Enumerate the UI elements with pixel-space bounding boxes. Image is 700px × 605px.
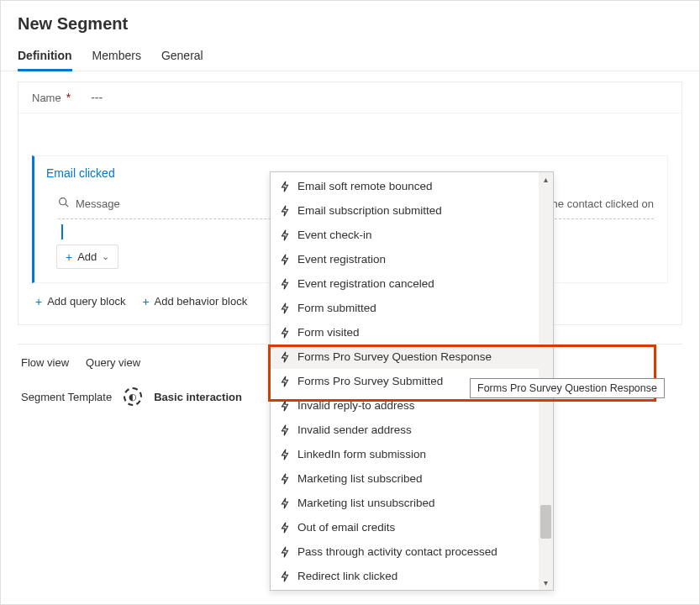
search-icon	[58, 197, 69, 210]
dropdown-item-label: Form submitted	[297, 302, 376, 314]
dropdown-item[interactable]: Out of email credits	[271, 515, 539, 539]
dropdown-item[interactable]: Invalid sender address	[271, 418, 539, 442]
segment-template-label: Segment Template	[21, 391, 112, 403]
page-title: New Segment	[1, 1, 699, 42]
tab-general[interactable]: General	[161, 42, 203, 71]
dropdown-item-label: Form visited	[297, 326, 360, 339]
lightning-icon	[279, 254, 291, 266]
dropdown-item-label: Forms Pro Survey Submitted	[297, 375, 443, 387]
add-behavior-block-label: Add behavior block	[155, 295, 248, 308]
dropdown-item-label: Forms Pro Survey Question Response	[297, 350, 492, 363]
dropdown-item-label: Pass through activity contact processed	[297, 545, 497, 558]
segment-template-value[interactable]: Basic interaction	[154, 391, 242, 403]
add-query-block-button[interactable]: + Add query block	[35, 295, 125, 308]
dropdown-item[interactable]: Event registration	[271, 247, 539, 271]
query-view-button[interactable]: Query view	[86, 356, 140, 369]
flow-view-button[interactable]: Flow view	[21, 356, 69, 369]
lightning-icon	[279, 327, 291, 339]
svg-line-1	[66, 204, 68, 207]
dropdown-item-label: Email subscription submitted	[297, 204, 442, 217]
dropdown-item-label: LinkedIn form submission	[297, 448, 426, 460]
behavior-dropdown-label: Email clicked	[46, 166, 115, 180]
lightning-icon	[279, 181, 291, 192]
name-value[interactable]: ---	[91, 91, 103, 104]
dropdown-item[interactable]: Marketing list subscribed	[271, 466, 539, 491]
tab-definition[interactable]: Definition	[18, 42, 72, 71]
chevron-down-icon: ⌄	[102, 251, 109, 262]
dropdown-item[interactable]: Pass through activity contact processed	[271, 539, 539, 564]
add-condition-label: Add	[77, 250, 97, 263]
dropdown-item[interactable]: Email subscription submitted	[271, 198, 539, 223]
dropdown-item-label: Invalid reply-to address	[297, 399, 415, 412]
dropdown-item-label: Marketing list subscribed	[297, 472, 423, 485]
dropdown-item-label: Redirect link clicked	[297, 570, 397, 582]
dropdown-item-label: Invalid sender address	[297, 424, 412, 436]
condition-field-label[interactable]: Message	[76, 197, 120, 210]
name-row: Name* ---	[18, 82, 682, 113]
connector-line	[61, 224, 63, 239]
scroll-down-arrow[interactable]: ▾	[539, 576, 553, 590]
plus-icon: +	[142, 296, 149, 308]
dropdown-item-label: Event registration canceled	[297, 277, 434, 290]
name-label: Name*	[32, 91, 71, 104]
dropdown-item-label: Marketing list unsubscribed	[297, 497, 435, 509]
dropdown-item[interactable]: Form visited	[271, 320, 539, 345]
lightning-icon	[279, 424, 291, 436]
lightning-icon	[279, 302, 291, 314]
lightning-icon	[279, 278, 291, 290]
plus-icon: +	[35, 296, 42, 308]
lightning-icon	[279, 400, 291, 412]
add-query-block-label: Add query block	[47, 295, 125, 308]
dropdown-item-label: Out of email credits	[297, 521, 395, 534]
dropdown-item[interactable]: Form submitted	[271, 296, 539, 320]
scroll-thumb[interactable]	[540, 505, 551, 539]
dropdown-item[interactable]: Event registration canceled	[271, 271, 539, 296]
lightning-icon	[279, 571, 291, 582]
lightning-icon	[279, 449, 291, 460]
tooltip: Forms Pro Survey Question Response	[470, 378, 665, 398]
lightning-icon	[279, 376, 291, 387]
tab-members[interactable]: Members	[92, 42, 141, 71]
dropdown-item[interactable]: LinkedIn form submission	[271, 442, 539, 466]
plus-icon: +	[66, 251, 72, 263]
lightning-icon	[279, 229, 291, 241]
scroll-up-arrow[interactable]: ▴	[539, 172, 553, 187]
dropdown-item[interactable]: Email soft remote bounced	[271, 174, 539, 198]
dropdown-item-label: Email soft remote bounced	[297, 180, 433, 192]
template-icon: ◐	[124, 387, 142, 406]
dropdown-item-label: Event registration	[297, 253, 386, 266]
svg-point-0	[60, 198, 66, 205]
required-indicator: *	[66, 91, 71, 104]
dropdown-item[interactable]: Forms Pro Survey Question Response	[271, 345, 539, 369]
dropdown-item[interactable]: Event check-in	[271, 223, 539, 247]
dropdown-item-label: Event check-in	[297, 229, 372, 241]
tab-bar: Definition Members General	[1, 42, 699, 71]
lightning-icon	[279, 205, 291, 217]
lightning-icon	[279, 473, 291, 485]
lightning-icon	[279, 497, 291, 509]
lightning-icon	[279, 522, 291, 534]
dropdown-item[interactable]: Marketing list unsubscribed	[271, 491, 539, 515]
add-behavior-block-button[interactable]: + Add behavior block	[142, 295, 247, 308]
lightning-icon	[279, 351, 291, 363]
dropdown-item[interactable]: Redirect link clicked	[271, 564, 539, 588]
lightning-icon	[279, 546, 291, 558]
add-condition-button[interactable]: + Add ⌄	[56, 245, 118, 269]
